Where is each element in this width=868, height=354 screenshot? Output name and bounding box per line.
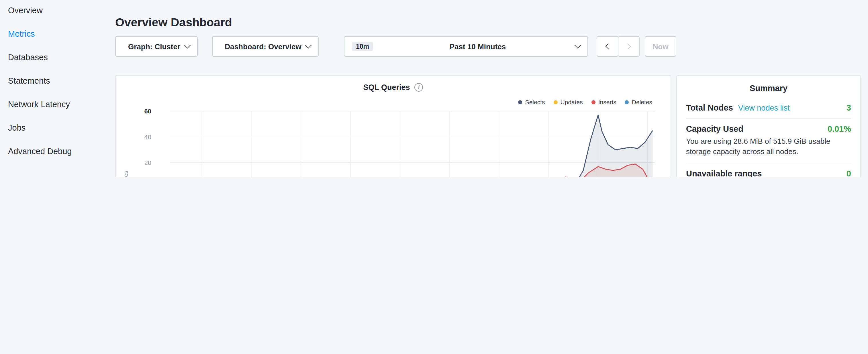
chart-legend: Selects Updates Inserts Deletes <box>518 99 652 105</box>
legend-label: Deletes <box>632 99 652 105</box>
legend-dot <box>591 100 595 104</box>
sidebar-item-advanced-debug[interactable]: Advanced Debug <box>0 140 110 163</box>
line-chart-sql-queries[interactable]: 020406016:3816:3916:4016:4116:4216:4316:… <box>126 107 662 177</box>
legend-item[interactable]: Selects <box>518 99 545 105</box>
chevron-down-icon <box>184 42 191 49</box>
chevron-down-icon <box>305 42 312 49</box>
time-range-dropdown[interactable]: 10m Past 10 Minutes <box>344 36 588 57</box>
summary-value: 0.01% <box>828 124 851 133</box>
time-range-prev-button[interactable] <box>597 36 618 57</box>
time-range-label: Past 10 Minutes <box>380 42 576 51</box>
view-nodes-list-link[interactable]: View nodes list <box>738 104 790 112</box>
sidebar-item-databases[interactable]: Databases <box>0 46 110 69</box>
chart-title: SQL Queries <box>363 83 410 92</box>
svg-text:20: 20 <box>145 159 151 166</box>
chevron-left-icon <box>605 43 611 49</box>
time-range-next-button[interactable] <box>618 36 640 57</box>
sidebar-item-metrics[interactable]: Metrics <box>0 22 110 46</box>
sidebar-item-network-latency[interactable]: Network Latency <box>0 93 110 116</box>
chevron-down-icon <box>575 42 581 49</box>
summary-row-capacity-used: Capacity Used 0.01% You are using 28.6 M… <box>686 119 851 164</box>
summary-label: Capacity Used <box>686 124 743 133</box>
toolbar: Graph: Cluster Dashboard: Overview 10m P… <box>115 36 861 57</box>
legend-label: Inserts <box>598 99 616 105</box>
summary-label: Unavailable ranges <box>686 169 762 177</box>
summary-value: 0 <box>846 169 851 177</box>
legend-dot <box>518 100 522 104</box>
legend-dot <box>554 100 558 104</box>
summary-value: 3 <box>846 103 851 112</box>
summary-description: You are using 28.6 MiB of 515.9 GiB usab… <box>686 136 851 157</box>
sidebar-item-statements[interactable]: Statements <box>0 69 110 93</box>
page-title: Overview Dashboard <box>115 15 232 29</box>
dashboard-label: Dashboard: Overview <box>220 42 306 51</box>
chevron-right-icon <box>625 43 631 49</box>
sidebar-nav: Overview Metrics Databases Statements Ne… <box>0 0 110 163</box>
now-button[interactable]: Now <box>645 36 676 57</box>
svg-text:40: 40 <box>145 133 151 141</box>
legend-label: Selects <box>525 99 545 105</box>
legend-item[interactable]: Inserts <box>591 99 616 105</box>
legend-item[interactable]: Updates <box>554 99 583 105</box>
sidebar-item-jobs[interactable]: Jobs <box>0 116 110 140</box>
sidebar-item-overview[interactable]: Overview <box>0 0 110 22</box>
legend-item[interactable]: Deletes <box>625 99 652 105</box>
app-root: Overview Metrics Databases Statements Ne… <box>0 0 868 177</box>
summary-row-unavailable-ranges: Unavailable ranges 0 <box>686 164 851 177</box>
summary-title: Summary <box>677 75 860 97</box>
summary-label: Total Nodes <box>686 103 733 112</box>
chart-panel-sql-queries: SQL Queries i Selects Updates Inserts De… <box>115 75 671 177</box>
summary-row-total-nodes: Total Nodes View nodes list 3 <box>686 97 851 119</box>
summary-panel: Summary Total Nodes View nodes list 3 Ca… <box>676 75 861 177</box>
dashboard-dropdown[interactable]: Dashboard: Overview <box>212 36 319 57</box>
legend-dot <box>625 100 629 104</box>
info-icon[interactable]: i <box>415 83 423 92</box>
graph-scope-dropdown[interactable]: Graph: Cluster <box>115 36 198 57</box>
graph-scope-label: Graph: Cluster <box>123 42 185 51</box>
time-range-badge: 10m <box>352 42 373 51</box>
svg-text:60: 60 <box>145 108 151 115</box>
legend-label: Updates <box>560 99 583 105</box>
now-button-label: Now <box>653 42 669 51</box>
